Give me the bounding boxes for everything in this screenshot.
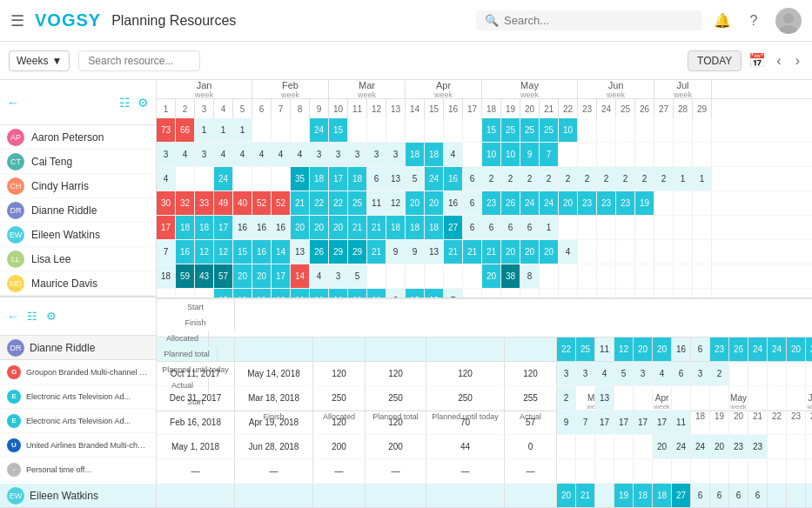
resource-item[interactable]: CT Cai Teng <box>0 150 156 174</box>
calendar-cell: 52 <box>272 191 291 215</box>
calendar-cell: 25 <box>501 118 520 142</box>
calendar-icon[interactable]: 📅 <box>748 52 766 69</box>
search-input[interactable] <box>504 14 694 27</box>
calendar-cell: 15 <box>233 240 252 264</box>
week-selector[interactable]: Weeks ▼ <box>9 50 70 71</box>
calendar-cell: 2 <box>654 167 674 190</box>
calendar-cell: 3 <box>329 143 348 166</box>
calendar-cell: 66 <box>176 118 195 142</box>
month-cell: Febweek <box>252 80 329 98</box>
collapse-icon[interactable]: ← <box>7 96 19 110</box>
calendar-cell: 52 <box>252 191 272 215</box>
calendar-cell: 12 <box>214 240 233 264</box>
calendar-cell: 23 <box>616 191 635 215</box>
left-header-icons: ☷ ⚙ <box>119 96 149 110</box>
notification-icon[interactable]: 🔔 <box>713 11 732 30</box>
detail-project-row[interactable]: May 1, 2018Jun 28, 201820020044020242420… <box>157 435 812 459</box>
settings-icon[interactable]: ⚙ <box>138 96 149 110</box>
calendar-cell <box>463 289 482 297</box>
week-cell: 21 <box>540 99 559 118</box>
detail-project-row[interactable]: —————— <box>157 459 812 484</box>
calendar-cell <box>367 118 386 142</box>
calendar-cell <box>367 264 386 288</box>
calendar-cell: 23 <box>597 191 616 215</box>
detail-project-row[interactable]: Dec 31, 2017Mar 18, 2018250250250255213 <box>157 386 812 411</box>
calendar-cell: 24 <box>520 191 540 215</box>
selected-user-row[interactable]: DR Dianne Riddle <box>0 336 156 360</box>
detail-filter-icon[interactable]: ☷ <box>27 310 37 323</box>
resource-item[interactable]: LL Lisa Lee <box>0 247 156 271</box>
project-item[interactable]: E Electronic Arts Television Ad... <box>0 409 156 433</box>
calendar-cell <box>578 118 597 142</box>
calendar-cell: 29 <box>329 240 348 264</box>
calendar-cell: 4 <box>176 143 195 166</box>
calendar-cell: 14 <box>272 240 291 264</box>
week-cell: 6 <box>252 99 272 118</box>
hamburger-icon[interactable]: ☰ <box>10 11 24 30</box>
project-list: G Groupon Branded Multi-channel Promoti.… <box>0 360 156 482</box>
calendar-cell: 18 <box>425 216 444 239</box>
resource-item[interactable]: MD Maurice Davis <box>0 271 156 296</box>
project-item[interactable]: E Electronic Arts Television Ad... <box>0 384 156 409</box>
search-icon: 🔍 <box>485 14 499 27</box>
week-cell: 29 <box>693 99 712 118</box>
calendar-cell: 73 <box>157 118 176 142</box>
week-header: 1234567891011121314151617181920212223242… <box>157 99 812 118</box>
resource-item[interactable]: EW Eileen Watkins <box>0 223 156 247</box>
resource-search-input[interactable] <box>78 50 200 71</box>
week-cell: 2 <box>176 99 195 118</box>
resource-list-top: AP Aaron Peterson CT Cai Teng CH Cindy H… <box>0 125 156 296</box>
calendar-cell: 4 <box>214 143 233 166</box>
calendar-cell: 3 <box>157 143 176 166</box>
calendar-cell <box>578 264 597 288</box>
calendar-cell <box>693 264 712 288</box>
calendar-cell: 35 <box>291 167 310 190</box>
calendar-cell: 20 <box>520 240 540 264</box>
calendar-row: 3032334940525221222225111220201662326242… <box>157 191 812 216</box>
detail-project-row[interactable]: Feb 16, 2018Apr 19, 20181201207057971717… <box>157 411 812 435</box>
calendar-cell: 15 <box>329 118 348 142</box>
calendar-cell: 25 <box>540 118 559 142</box>
prev-arrow[interactable]: ‹ <box>773 51 784 70</box>
calendar-cell: 11 <box>233 289 252 297</box>
calendar-cell: 29 <box>348 240 367 264</box>
project-item[interactable]: - Personal time off... <box>0 458 156 482</box>
calendar-cell <box>463 143 482 166</box>
detail-eileen-row[interactable]: 2021191818276666 <box>157 484 812 508</box>
avatar[interactable] <box>775 8 802 34</box>
bottom-resource-row[interactable]: EW Eileen Watkins <box>0 484 156 508</box>
filter-icon[interactable]: ☷ <box>119 96 131 110</box>
resource-name: Cindy Harris <box>31 180 89 192</box>
project-item[interactable]: G Groupon Branded Multi-channel Promoti.… <box>0 360 156 384</box>
calendar-cell <box>635 118 654 142</box>
calendar-cell <box>654 118 674 142</box>
calendar-cell <box>578 240 597 264</box>
resource-avatar: EW <box>7 226 24 244</box>
calendar-cell: 22 <box>329 191 348 215</box>
calendar-cell: 57 <box>214 264 233 288</box>
calendar-cell <box>616 118 635 142</box>
today-button[interactable]: TODAY <box>688 50 742 71</box>
calendar-cell <box>272 167 291 190</box>
resource-item[interactable]: DR Dianne Riddle <box>0 198 156 223</box>
resource-item[interactable]: CH Cindy Harris <box>0 174 156 198</box>
detail-settings-icon[interactable]: ⚙ <box>46 310 57 323</box>
calendar-cell: 4 <box>233 143 252 166</box>
detail-collapse-icon[interactable]: ← <box>7 310 18 323</box>
calendar-cell <box>559 289 578 297</box>
help-icon[interactable]: ? <box>744 11 763 30</box>
month-header: JanweekFebweekMarweekAprweekMayweekJunwe… <box>157 80 812 99</box>
detail-user-highlight-row[interactable]: 22251112202016623262424202323 <box>157 338 812 362</box>
calendar-cell: 18 <box>406 143 425 166</box>
detail-project-row[interactable]: Oct 11, 2017May 14, 20181201201201203345… <box>157 362 812 386</box>
calendar-cell <box>406 118 425 142</box>
detail-right: StartFinishAllocatedPlanned totalPlanned… <box>157 297 812 508</box>
project-item[interactable]: U United Airlines Branded Multi-channel.… <box>0 433 156 458</box>
next-arrow[interactable]: › <box>792 51 803 70</box>
resource-item[interactable]: AP Aaron Peterson <box>0 125 156 150</box>
calendar-cell: 43 <box>195 264 214 288</box>
calendar-cell: 1 <box>674 167 693 190</box>
bottom-resource-name: Eileen Watkins <box>30 490 98 502</box>
calendar-cell: 2 <box>482 167 501 190</box>
project-name: United Airlines Branded Multi-channel... <box>26 441 149 450</box>
